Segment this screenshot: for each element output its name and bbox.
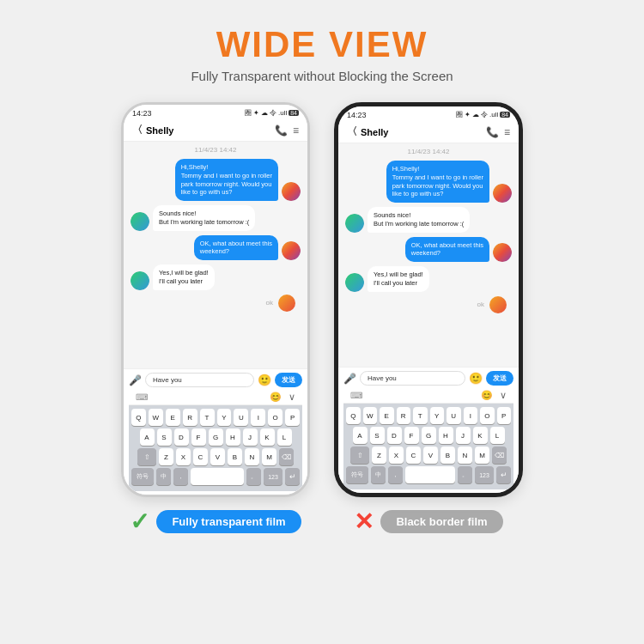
right-input-field[interactable]: Have you [360, 371, 465, 386]
rkey-b[interactable]: B [440, 447, 455, 464]
key-w[interactable]: W [149, 409, 163, 426]
key-g[interactable]: G [209, 428, 223, 446]
key-o[interactable]: O [268, 409, 283, 426]
right-avatar-left-4 [345, 273, 364, 292]
key-y[interactable]: Y [217, 409, 232, 426]
right-ok-text: ok [477, 301, 484, 308]
rkey-o[interactable]: O [480, 407, 495, 424]
back-arrow-left: 〈 [132, 123, 143, 137]
key-r[interactable]: R [183, 409, 197, 426]
right-phone-wrapper: 14:23 圈 ✦ ☁ 令 .ull 84 〈 Shelly [334, 102, 523, 536]
cross-mark: ✕ [354, 507, 374, 536]
key-chinese-left[interactable]: 中 [156, 468, 171, 485]
rkey-j[interactable]: J [456, 427, 471, 444]
rkey-comma[interactable]: ， [388, 466, 403, 483]
rkey-r[interactable]: R [397, 407, 411, 424]
key-t[interactable]: T [200, 409, 215, 426]
left-send-button[interactable]: 发送 [275, 373, 302, 387]
key-n[interactable]: N [245, 448, 259, 465]
right-contact-name: Shelly [361, 127, 388, 137]
rkey-w[interactable]: W [363, 407, 378, 424]
key-b[interactable]: B [228, 448, 242, 465]
left-input-field[interactable]: Have you [145, 373, 254, 387]
rkey-p[interactable]: P [497, 407, 512, 424]
key-space-left[interactable] [191, 468, 244, 485]
key-u[interactable]: U [234, 409, 248, 426]
rkey-q[interactable]: Q [346, 407, 361, 424]
left-contact-name: Shelly [146, 125, 173, 136]
rkey-v[interactable]: V [423, 447, 438, 464]
key-m[interactable]: M [262, 448, 276, 465]
rkey-backspace[interactable]: ⌫ [492, 447, 507, 464]
key-shift-left[interactable]: ⇧ [137, 448, 156, 465]
right-msg-3: OK, what about meet thisweekend? [345, 237, 512, 263]
rkey-k[interactable]: K [473, 427, 488, 444]
right-bubble-1: Hi,Shelly!Tommy and I want to go in roll… [386, 161, 489, 203]
rkey-z[interactable]: Z [372, 447, 386, 464]
rkey-g[interactable]: G [422, 427, 436, 444]
key-backspace-left[interactable]: ⌫ [279, 448, 294, 465]
rkey-chinese[interactable]: 中 [371, 466, 386, 483]
phone-icon-right: 📞 [486, 126, 499, 138]
rkey-f[interactable]: F [404, 427, 419, 444]
key-q[interactable]: Q [131, 409, 146, 426]
key-l[interactable]: L [277, 428, 292, 446]
rkey-u[interactable]: U [447, 407, 461, 424]
rkey-shift[interactable]: ⇧ [350, 447, 369, 464]
key-a[interactable]: A [140, 428, 155, 446]
key-h[interactable]: H [226, 428, 240, 446]
left-key-row-1: Q W E R T Y U I O P [131, 409, 300, 426]
left-mic-icon: 🎤 [129, 374, 142, 386]
key-enter-left[interactable]: ↵ [285, 468, 300, 485]
key-period-left[interactable]: 。 [246, 468, 261, 485]
phones-container: 14:23 圈 ✦ ☁ 令 .ull 84 〈 Shelly [121, 102, 523, 536]
left-key-row-4: 符号 中 ， 。 123 ↵ [131, 468, 300, 485]
rkey-t[interactable]: T [413, 407, 428, 424]
right-mic-icon: 🎤 [343, 373, 356, 385]
key-v[interactable]: V [210, 448, 225, 465]
left-status-icons: 圈 ✦ ☁ 令 .ull 84 [245, 108, 299, 118]
rkey-e[interactable]: E [380, 407, 394, 424]
header-section: WIDE VIEW Fully Transparent without Bloc… [191, 24, 453, 83]
left-input-area: 🎤 Have you 🙂 发送 ⌨ 😊 ∨ [124, 368, 307, 495]
rkey-enter[interactable]: ↵ [496, 466, 511, 483]
key-i[interactable]: I [251, 409, 265, 426]
right-toolbar-row: ⌨ 😊 ∨ [343, 388, 513, 404]
rkey-c[interactable]: C [406, 447, 421, 464]
left-status-bar: 14:23 圈 ✦ ☁ 令 .ull 84 [124, 105, 307, 119]
rkey-m[interactable]: M [475, 447, 489, 464]
rkey-space[interactable] [405, 466, 455, 483]
key-comma-left[interactable]: ， [173, 468, 188, 485]
rkey-x[interactable]: X [389, 447, 404, 464]
key-x[interactable]: X [176, 448, 191, 465]
key-p[interactable]: P [285, 409, 300, 426]
key-z[interactable]: Z [159, 448, 173, 465]
right-send-button[interactable]: 发送 [486, 371, 513, 386]
rkey-s[interactable]: S [370, 427, 385, 444]
key-c[interactable]: C [193, 448, 208, 465]
rkey-l[interactable]: L [490, 427, 505, 444]
rkey-period[interactable]: 。 [458, 466, 472, 483]
key-symbol-left[interactable]: 符号 [131, 468, 154, 485]
right-avatar-right-3 [493, 243, 512, 262]
key-f[interactable]: F [191, 428, 206, 446]
rkey-n[interactable]: N [458, 447, 472, 464]
rkey-h[interactable]: H [439, 427, 453, 444]
key-j[interactable]: J [243, 428, 258, 446]
right-chevron-icon: ∨ [500, 390, 507, 401]
right-label-row: ✕ Black border film [354, 507, 502, 536]
rkey-y[interactable]: Y [430, 407, 445, 424]
key-s[interactable]: S [157, 428, 172, 446]
rkey-d[interactable]: D [387, 427, 402, 444]
rkey-i[interactable]: I [464, 407, 478, 424]
rkey-123[interactable]: 123 [475, 466, 494, 483]
key-e[interactable]: E [166, 409, 180, 426]
right-keyboard: Q W E R T Y U I O P A [343, 404, 513, 489]
left-msg-2: Sounds nice!But I'm working late tomorro… [131, 205, 301, 231]
rkey-symbol[interactable]: 符号 [346, 466, 368, 483]
key-d[interactable]: D [174, 428, 189, 446]
key-123-left[interactable]: 123 [264, 468, 283, 485]
right-date-label: 11/4/23 14:42 [345, 148, 512, 155]
rkey-a[interactable]: A [353, 427, 368, 444]
key-k[interactable]: K [260, 428, 275, 446]
